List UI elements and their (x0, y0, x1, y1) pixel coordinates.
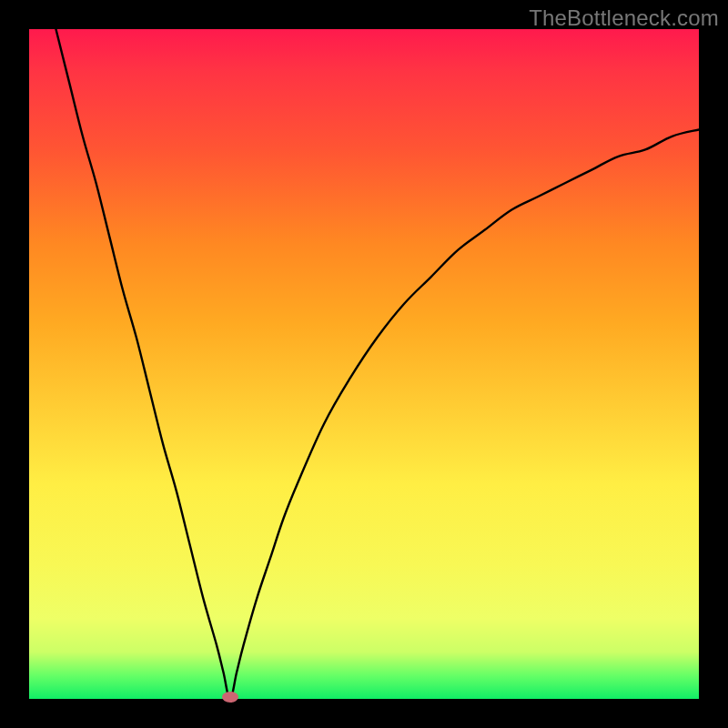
minimum-marker (222, 692, 238, 703)
watermark-text: TheBottleneck.com (529, 5, 719, 31)
chart-plot-area (29, 29, 699, 699)
bottleneck-curve (29, 29, 699, 699)
